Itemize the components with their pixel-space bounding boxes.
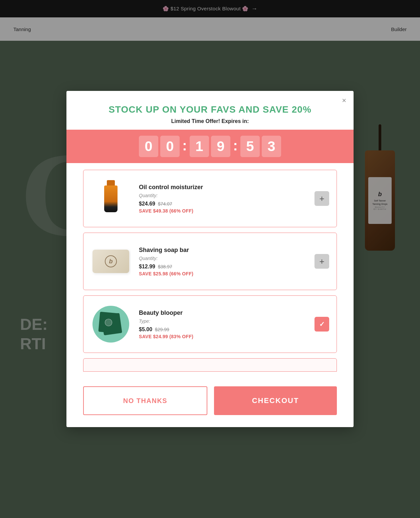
product-name-1: Oil control moisturizer: [139, 183, 306, 191]
product-card-1: Oil control moisturizer Quantity: $24.69…: [83, 170, 337, 227]
timer-colon-2: :: [233, 138, 238, 155]
price-savings-2: SAVE $25.98 (66% OFF): [139, 271, 306, 276]
card-front: [98, 312, 118, 334]
timer-digit-2: 0: [160, 136, 180, 157]
product-type-3: Type:: [139, 318, 306, 324]
product-card-2: b Shaving soap bar Quantity: $12.99 $38.…: [83, 233, 337, 290]
modal-footer: NO THANKS CHECKOUT: [66, 378, 354, 427]
timer-digit-6: 3: [262, 136, 281, 157]
products-list: Oil control moisturizer Quantity: $24.69…: [66, 163, 354, 378]
product-info-1: Oil control moisturizer Quantity: $24.69…: [139, 183, 306, 213]
modal-title: STOCK UP ON YOUR FAVS AND SAVE 20%: [86, 104, 334, 115]
card-dot: [104, 318, 113, 327]
timer-digit-1: 0: [139, 136, 158, 157]
modal-header: STOCK UP ON YOUR FAVS AND SAVE 20% Limit…: [66, 91, 354, 124]
product-quantity-2: Quantity:: [139, 256, 306, 261]
product-pricing-3: $5.00 $29.99: [139, 327, 306, 333]
product-info-2: Shaving soap bar Quantity: $12.99 $38.97…: [139, 246, 306, 276]
add-button-2[interactable]: +: [314, 254, 329, 269]
modal-dialog: × STOCK UP ON YOUR FAVS AND SAVE 20% Lim…: [66, 91, 354, 427]
product-info-3: Beauty blooper Type: $5.00 $29.99 SAVE $…: [139, 309, 306, 339]
product-name-3: Beauty blooper: [139, 309, 306, 317]
soap-logo: b: [105, 255, 117, 267]
product-card-partial: [83, 358, 337, 372]
add-button-1[interactable]: +: [314, 191, 329, 206]
price-current-3: $5.00: [139, 327, 152, 333]
price-savings-1: SAVE $49.38 (66% OFF): [139, 208, 306, 214]
timer-bar: 0 0 : 1 9 : 5 3: [66, 130, 354, 163]
no-thanks-button[interactable]: NO THANKS: [83, 386, 207, 415]
product-quantity-1: Quantity:: [139, 193, 306, 198]
price-original-1: $74.07: [158, 201, 172, 207]
product-image-1: [91, 177, 131, 220]
product-pricing-2: $12.99 $38.97: [139, 264, 306, 270]
product-name-2: Shaving soap bar: [139, 246, 306, 254]
timer-colon-1: :: [182, 138, 187, 155]
product-image-3: [91, 302, 131, 346]
product-image-2: b: [91, 240, 131, 283]
timer-digit-5: 5: [240, 136, 260, 157]
price-original-3: $29.99: [155, 327, 169, 332]
checkout-button[interactable]: CHECKOUT: [214, 386, 337, 415]
price-current-2: $12.99: [139, 264, 155, 270]
soap-bar-image: b: [92, 250, 129, 273]
modal-subtitle: Limited Time Offer! Expires in:: [86, 118, 334, 124]
card-stack: [99, 312, 123, 336]
timer-digit-4: 9: [211, 136, 230, 157]
timer-digit-3: 1: [190, 136, 209, 157]
blooper-image: [92, 306, 129, 343]
product-card-3: Beauty blooper Type: $5.00 $29.99 SAVE $…: [83, 295, 337, 353]
add-button-3[interactable]: ✓: [314, 317, 329, 332]
checkmark-icon: ✓: [319, 320, 325, 328]
product-pricing-1: $24.69 $74.07: [139, 201, 306, 207]
price-savings-3: SAVE $24.99 (83% OFF): [139, 334, 306, 339]
price-original-2: $38.97: [158, 264, 172, 269]
modal-close-button[interactable]: ×: [342, 97, 346, 104]
price-current-1: $24.69: [139, 201, 155, 207]
